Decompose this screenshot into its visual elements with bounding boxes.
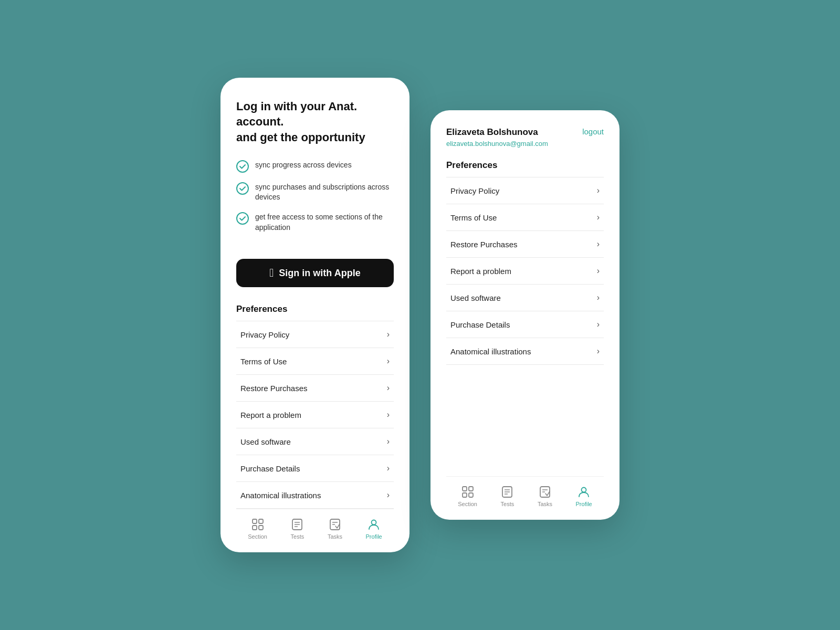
headline: Log in with your Anat. account.and get t… [236, 99, 394, 145]
nav-label: Section [248, 533, 267, 540]
menu-label: Restore Purchases [240, 384, 308, 393]
tasks-icon [328, 518, 342, 531]
svg-rect-16 [469, 487, 473, 491]
svg-point-26 [582, 488, 586, 492]
nav-label: Profile [366, 533, 382, 540]
nav-profile-left[interactable]: Profile [366, 518, 382, 540]
chevron-icon: › [387, 410, 390, 419]
menu-label: Report a problem [450, 267, 511, 276]
menu-item-restore-purchases[interactable]: Restore Purchases › [236, 375, 394, 402]
feature-item-3: get free access to some sections of the … [236, 212, 394, 233]
menu-label: Purchase Details [240, 464, 300, 473]
section-icon [251, 518, 265, 531]
nav-tests-right[interactable]: Tests [500, 485, 514, 507]
user-info: Elizaveta Bolshunova elizaveta.bolshunov… [446, 127, 548, 148]
nav-section-right[interactable]: Section [458, 485, 477, 507]
nav-tests-left[interactable]: Tests [290, 518, 304, 540]
bottom-nav-right: Section Tests Tasks [446, 476, 604, 507]
chevron-icon: › [387, 437, 390, 446]
menu-item-anatomical-illustrations-r[interactable]: Anatomical illustrations › [446, 338, 604, 365]
user-section: Elizaveta Bolshunova elizaveta.bolshunov… [446, 127, 604, 148]
menu-label: Anatomical illustrations [450, 347, 531, 356]
menu-item-report-problem[interactable]: Report a problem › [236, 402, 394, 428]
chevron-icon: › [597, 346, 600, 356]
tests-icon [290, 518, 304, 531]
menu-label: Purchase Details [450, 320, 510, 329]
feature-text-1: sync progress across devices [255, 160, 352, 171]
nav-label: Section [458, 501, 477, 507]
menu-item-terms-of-use-r[interactable]: Terms of Use › [446, 204, 604, 231]
chevron-icon: › [387, 356, 390, 366]
chevron-icon: › [597, 320, 600, 329]
menu-label: Restore Purchases [450, 240, 518, 249]
left-phone-card: Log in with your Anat. account.and get t… [220, 78, 410, 552]
logout-button[interactable]: logout [582, 127, 604, 136]
chevron-icon: › [597, 293, 600, 302]
menu-list-left: Privacy Policy › Terms of Use › Restore … [236, 321, 394, 509]
menu-label: Report a problem [240, 411, 301, 419]
user-email: elizaveta.bolshunova@gmail.com [446, 140, 548, 148]
feature-item-1: sync progress across devices [236, 160, 394, 173]
menu-label: Privacy Policy [450, 186, 499, 195]
right-phone-card: Elizaveta Bolshunova elizaveta.bolshunov… [430, 110, 620, 520]
feature-text-3: get free access to some sections of the … [255, 212, 394, 233]
apple-btn-label: Sign in with Apple [279, 268, 360, 279]
feature-text-2: sync purchases and subscriptions across … [255, 182, 394, 203]
menu-item-restore-purchases-r[interactable]: Restore Purchases › [446, 231, 604, 258]
preferences-title-right: Preferences [446, 160, 604, 171]
sign-in-apple-button[interactable]:  Sign in with Apple [236, 259, 394, 287]
check-icon-2 [236, 182, 249, 195]
section-icon-r [461, 485, 475, 499]
nav-label: Tests [291, 533, 304, 540]
chevron-icon: › [597, 266, 600, 276]
chevron-icon: › [387, 464, 390, 473]
tasks-icon-r [538, 485, 552, 499]
chevron-icon: › [597, 239, 600, 249]
chevron-icon: › [387, 490, 390, 500]
menu-item-used-software[interactable]: Used software › [236, 428, 394, 455]
nav-label: Profile [576, 501, 592, 507]
nav-tasks-right[interactable]: Tasks [538, 485, 552, 507]
svg-rect-18 [469, 493, 473, 497]
svg-point-14 [372, 520, 376, 525]
menu-label: Privacy Policy [240, 330, 289, 339]
feature-list: sync progress across devices sync purcha… [236, 160, 394, 242]
nav-label: Tests [501, 501, 514, 507]
profile-icon-r [577, 485, 591, 499]
menu-item-purchase-details[interactable]: Purchase Details › [236, 455, 394, 482]
menu-label: Anatomical illustrations [240, 491, 321, 500]
menu-label: Terms of Use [240, 357, 287, 366]
menu-item-anatomical-illustrations[interactable]: Anatomical illustrations › [236, 482, 394, 509]
menu-item-report-problem-r[interactable]: Report a problem › [446, 258, 604, 285]
nav-label: Tasks [328, 533, 342, 540]
profile-icon [367, 518, 381, 531]
feature-item-2: sync purchases and subscriptions across … [236, 182, 394, 203]
svg-rect-17 [463, 493, 467, 497]
svg-point-0 [237, 161, 248, 172]
chevron-icon: › [387, 330, 390, 339]
apple-logo-icon:  [269, 267, 274, 279]
menu-list-right: Privacy Policy › Terms of Use › Restore … [446, 177, 604, 476]
nav-label: Tasks [538, 501, 552, 507]
svg-point-2 [237, 213, 248, 224]
check-icon-1 [236, 160, 249, 173]
menu-item-terms-of-use[interactable]: Terms of Use › [236, 348, 394, 375]
nav-tasks-left[interactable]: Tasks [328, 518, 342, 540]
menu-item-privacy-policy-r[interactable]: Privacy Policy › [446, 177, 604, 204]
tests-icon-r [500, 485, 514, 499]
menu-label: Used software [450, 293, 501, 302]
preferences-title-left: Preferences [236, 304, 394, 314]
menu-label: Used software [240, 437, 291, 446]
nav-profile-right[interactable]: Profile [576, 485, 592, 507]
chevron-icon: › [597, 213, 600, 222]
svg-rect-6 [259, 526, 263, 530]
menu-label: Terms of Use [450, 213, 497, 222]
check-icon-3 [236, 212, 249, 225]
menu-item-purchase-details-r[interactable]: Purchase Details › [446, 311, 604, 338]
menu-item-privacy-policy[interactable]: Privacy Policy › [236, 321, 394, 348]
user-name: Elizaveta Bolshunova [446, 127, 548, 138]
bottom-nav-left: Section Tests Tasks [236, 509, 394, 540]
nav-section-left[interactable]: Section [248, 518, 267, 540]
svg-point-1 [237, 183, 248, 194]
menu-item-used-software-r[interactable]: Used software › [446, 285, 604, 311]
